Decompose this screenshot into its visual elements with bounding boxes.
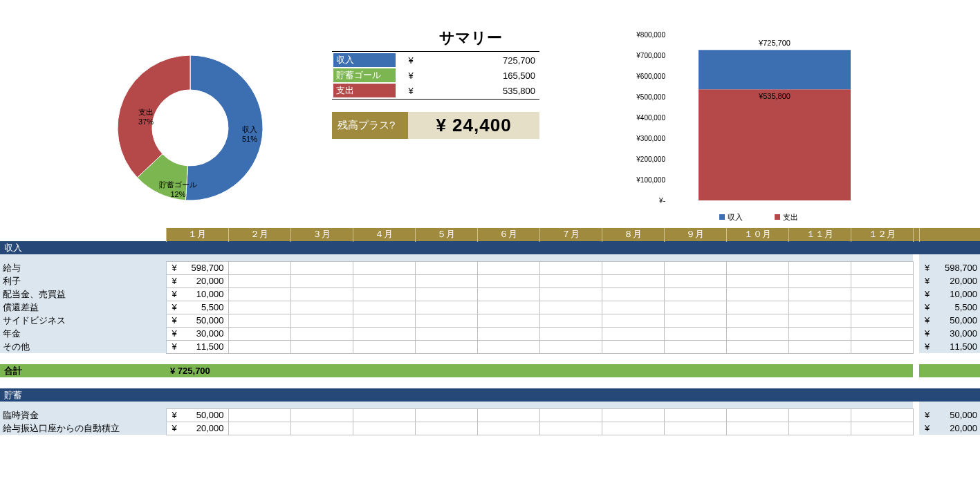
summary-panel: サマリー 収入¥725,700貯蓄ゴール¥165,500支出¥535,800 残… [332,0,609,228]
table-row: サイドビジネス50,00050,000 [0,314,980,327]
svg-rect-9 [699,89,851,200]
table-row: 臨時資金50,00050,000 [0,408,980,422]
donut-slice-label: 貯蓄ゴール12% [159,180,197,198]
summary-table: 収入¥725,700貯蓄ゴール¥165,500支出¥535,800 [332,51,539,100]
bar-chart: ¥-¥100,000¥200,000¥300,000¥400,000¥500,0… [609,0,980,228]
svg-text:¥800,000: ¥800,000 [636,31,665,39]
table-row: 給与598,700598,700 [0,261,980,274]
table-row: 年金30,00030,000 [0,327,980,340]
svg-text:¥400,000: ¥400,000 [636,114,665,122]
balance-label: 残高プラス? [332,112,408,139]
summary-row-label: 貯蓄ゴール [333,68,396,82]
donut-chart: 収入51%貯蓄ゴール12%支出37% [0,0,332,228]
table-row: 利子20,00020,000 [0,274,980,287]
balance-value: ¥ 24,400 [408,112,539,139]
summary-row-label: 収入 [333,53,396,67]
donut-slice-2 [118,55,190,178]
svg-text:¥500,000: ¥500,000 [636,93,665,101]
summary-row-value: 725,700 [426,53,538,67]
svg-text:¥535,800: ¥535,800 [758,92,791,100]
table-row: その他11,50011,500 [0,340,980,353]
summary-row-label: 支出 [333,84,396,97]
svg-text:¥725,700: ¥725,700 [758,39,791,47]
summary-row-value: 535,800 [426,84,538,97]
table-row: 配当金、売買益10,00010,000 [0,287,980,301]
svg-text:¥600,000: ¥600,000 [636,73,665,80]
svg-text:¥700,000: ¥700,000 [636,52,665,59]
svg-text:¥200,000: ¥200,000 [636,155,665,163]
svg-rect-13 [719,214,725,220]
svg-rect-11 [699,50,851,89]
summary-title: サマリー [332,28,609,48]
balance-block: 残高プラス? ¥ 24,400 [332,112,539,139]
table-row: 給与振込口座からの自動積立20,00020,000 [0,422,980,435]
svg-text:¥100,000: ¥100,000 [636,176,665,184]
svg-text:¥-: ¥- [658,197,665,205]
donut-slice-label: 収入51% [242,124,257,143]
budget-sheet[interactable]: １月２月３月４月５月６月７月８月９月１０月１１月１２月収入給与598,70059… [0,228,980,435]
svg-text:収入: 収入 [728,213,743,221]
svg-rect-15 [775,214,780,220]
donut-slice-label: 支出37% [138,107,154,126]
svg-text:支出: 支出 [783,213,798,221]
summary-row-value: 165,500 [426,68,538,82]
svg-text:¥300,000: ¥300,000 [636,135,665,142]
table-row: 償還差益5,5005,500 [0,301,980,314]
